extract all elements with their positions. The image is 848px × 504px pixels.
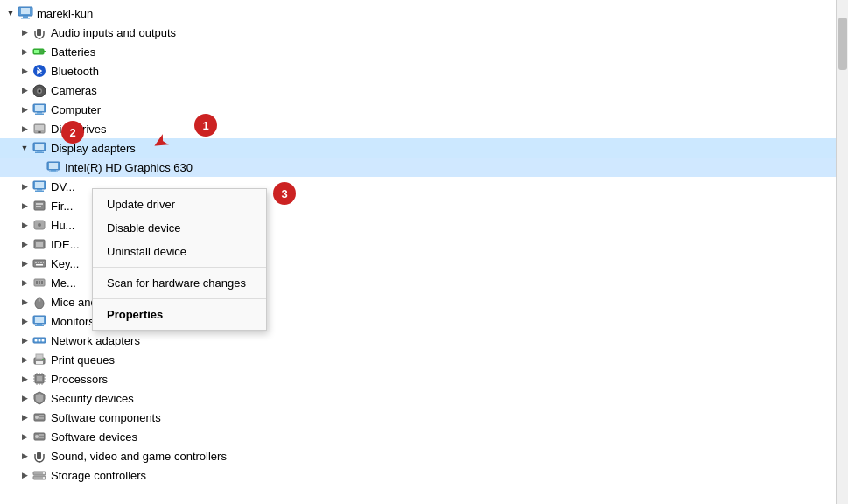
svg-point-89 xyxy=(43,472,45,474)
root-expand-arrow: ▼ xyxy=(4,9,18,18)
hid-expand-arrow: ▶ xyxy=(18,220,32,229)
tree-item-security[interactable]: ▶ Security devices xyxy=(0,388,836,408)
cameras-expand-arrow: ▶ xyxy=(18,86,32,94)
svg-rect-19 xyxy=(35,125,44,130)
svg-rect-38 xyxy=(36,242,43,247)
security-expand-arrow: ▶ xyxy=(18,394,32,402)
tree-item-batteries[interactable]: ▶ Batteries xyxy=(0,42,836,61)
svg-point-18 xyxy=(38,131,41,133)
tree-item-processors[interactable]: ▶ Proces xyxy=(0,369,836,388)
svg-point-51 xyxy=(39,298,41,302)
bluetooth-expand-arrow: ▶ xyxy=(18,66,32,75)
svg-rect-27 xyxy=(49,172,58,173)
security-icon xyxy=(32,390,47,406)
tree-item-intel-graphics[interactable]: ▶ Intel(R) HD Graphics 630 xyxy=(0,158,836,177)
svg-rect-1 xyxy=(21,8,30,14)
processors-label: Processors xyxy=(51,373,108,386)
tree-item-cameras[interactable]: ▶ Cameras xyxy=(0,80,836,100)
svg-rect-8 xyxy=(34,50,39,53)
print-label: Print queues xyxy=(51,354,115,367)
svg-rect-22 xyxy=(37,150,42,152)
svg-point-58 xyxy=(39,340,41,342)
memory-label: Me... xyxy=(51,276,76,290)
svg-rect-26 xyxy=(51,170,56,172)
storage-expand-arrow: ▶ xyxy=(18,471,32,480)
svg-rect-33 xyxy=(36,203,43,205)
svg-point-83 xyxy=(35,435,39,438)
svg-rect-48 xyxy=(41,281,43,284)
svg-rect-30 xyxy=(37,189,42,191)
svg-rect-54 xyxy=(37,324,42,326)
svg-rect-65 xyxy=(37,376,42,382)
svg-point-79 xyxy=(35,416,39,419)
gpu-icon xyxy=(46,159,61,175)
display-adapter-icon xyxy=(32,140,47,156)
svg-rect-4 xyxy=(37,29,41,36)
audio-label: Audio inputs and outputs xyxy=(51,26,176,39)
scrollbar-thumb[interactable] xyxy=(838,18,847,70)
root-node[interactable]: ▼ mareki-kun xyxy=(0,4,836,23)
svg-point-9 xyxy=(33,65,46,77)
dvd-label: DV... xyxy=(51,180,75,193)
batteries-expand-arrow: ▶ xyxy=(18,47,32,56)
svg-point-36 xyxy=(38,223,41,227)
svg-rect-53 xyxy=(35,317,44,323)
software-components-icon xyxy=(32,410,47,425)
svg-rect-47 xyxy=(39,281,40,284)
svg-point-12 xyxy=(39,90,41,93)
tree-item-storage[interactable]: ▶ Storage controllers xyxy=(0,466,836,485)
processor-icon xyxy=(32,371,47,387)
svg-rect-21 xyxy=(35,144,44,150)
svg-rect-31 xyxy=(35,191,44,192)
security-label: Security devices xyxy=(51,392,134,405)
svg-rect-14 xyxy=(35,105,44,111)
svg-rect-29 xyxy=(35,182,44,188)
tree-item-print[interactable]: ▶ Print queues xyxy=(0,350,836,369)
sound-icon2 xyxy=(32,448,47,464)
ide-label: IDE... xyxy=(51,238,80,251)
print-expand-arrow: ▶ xyxy=(18,355,32,364)
computer-icon xyxy=(18,5,33,21)
tree-item-network[interactable]: ▶ Network adapters xyxy=(0,331,836,350)
mice-expand-arrow: ▶ xyxy=(18,298,32,306)
printer-icon xyxy=(32,352,47,368)
memory-expand-arrow: ▶ xyxy=(18,278,32,287)
step-badge-3: 3 xyxy=(273,182,296,205)
software-devices-label: Software devices xyxy=(51,430,137,444)
tree-item-disk[interactable]: ▶ Disk drives xyxy=(0,119,836,138)
svg-point-63 xyxy=(42,359,44,360)
context-menu-scan-hardware[interactable]: Scan for hardware changes xyxy=(93,271,266,295)
hid-label: Hu... xyxy=(51,219,74,232)
software-components-label: Software components xyxy=(51,411,161,424)
context-menu-disable-device[interactable]: Disable device xyxy=(93,216,266,240)
svg-rect-40 xyxy=(35,262,37,263)
memory-icon xyxy=(32,275,47,290)
disk-expand-arrow: ▶ xyxy=(18,124,32,133)
ide-expand-arrow: ▶ xyxy=(18,240,32,248)
display-expand-arrow: ▼ xyxy=(18,144,32,152)
tree-item-software-components[interactable]: ▶ Software components xyxy=(0,408,836,427)
context-menu: Update driver Disable device Uninstall d… xyxy=(92,188,267,331)
monitor-icon xyxy=(32,313,47,329)
hid-icon xyxy=(32,217,47,233)
scrollbar[interactable] xyxy=(836,0,848,504)
context-menu-properties[interactable]: Properties xyxy=(93,303,266,326)
keyboards-label: Key... xyxy=(51,257,79,270)
ide-icon xyxy=(32,236,47,252)
tree-item-computer[interactable]: ▶ Computer xyxy=(0,100,836,119)
svg-rect-34 xyxy=(36,206,41,207)
context-menu-uninstall-device[interactable]: Uninstall device xyxy=(93,240,266,263)
tree-item-software-devices[interactable]: ▶ Software devices xyxy=(0,427,836,446)
computer-label: Computer xyxy=(51,103,101,116)
context-menu-update-driver[interactable]: Update driver xyxy=(93,192,266,216)
svg-point-59 xyxy=(42,340,45,342)
processors-expand-arrow: ▶ xyxy=(18,374,32,383)
tree-item-bluetooth[interactable]: ▶ Bluetooth xyxy=(0,61,836,80)
sound-expand-arrow: ▶ xyxy=(18,452,32,460)
tree-item-sound[interactable]: ▶ Sound, video and game controllers xyxy=(0,446,836,466)
svg-rect-16 xyxy=(35,114,44,116)
tree-item-audio[interactable]: ▶ Audio inputs and outputs xyxy=(0,23,836,42)
context-menu-separator-2 xyxy=(93,298,266,299)
keyboards-expand-arrow: ▶ xyxy=(18,259,32,268)
tree-item-display-adapters[interactable]: ▼ Display adapters xyxy=(0,138,836,158)
